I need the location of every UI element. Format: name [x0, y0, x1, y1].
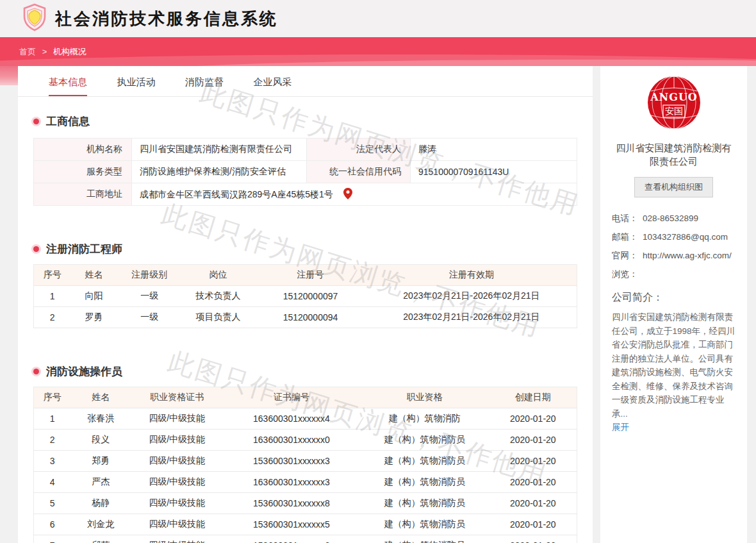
column-header: 职业资格证书: [131, 387, 223, 408]
credit-code-label: 统一社会信用代码: [307, 161, 411, 183]
table-cell: 建（构）筑物消防员: [360, 514, 489, 535]
table-cell: 2020-01-20: [489, 514, 577, 535]
address-value: 成都市金牛区羊西线蜀汉路289号A座45栋5楼1号: [132, 183, 577, 206]
operators-table: 序号 姓名 职业资格证书 证书编号 职业资格 创建日期 1 张春洪 四级/中级技…: [33, 387, 577, 543]
main-content-panel: 基本信息 执业活动 消防监督 企业风采 工商信息 机构名称 四川省安国建筑消防检…: [18, 66, 593, 543]
section-title-text: 工商信息: [46, 114, 90, 129]
table-cell: 163600301xxxxxx3: [223, 472, 360, 493]
view-org-chart-button[interactable]: 查看机构组织图: [634, 177, 713, 197]
operator-row: 6 刘金龙 四级/中级技能 153600301xxxxxx5 建（构）筑物消防员…: [34, 514, 577, 535]
table-cell: 7: [34, 535, 71, 543]
table-cell: 2023年02月21日-2026年02月21日: [366, 307, 577, 328]
table-cell: 邱菊: [70, 535, 131, 543]
table-cell: 段义: [70, 430, 131, 451]
website-value[interactable]: http://www.ag-xfjc.com/: [643, 249, 735, 262]
column-header: 岗位: [182, 265, 254, 286]
phone-label: 电话：: [612, 212, 643, 225]
shield-logo-icon: [22, 3, 47, 34]
table-cell: 四级/中级技能: [131, 472, 223, 493]
views-label: 浏览：: [612, 267, 643, 281]
column-header: 证书编号: [223, 387, 360, 408]
breadcrumb: 首页 > 机构概况: [0, 37, 756, 66]
table-cell: 163600301xxxxxx4: [223, 408, 360, 430]
table-cell: 严杰: [70, 472, 131, 493]
operator-row: 5 杨静 四级/中级技能 153600301xxxxxx8 建（构）筑物消防员 …: [34, 493, 577, 514]
section-title-text: 注册消防工程师: [46, 242, 122, 256]
svg-text:安国: 安国: [665, 106, 683, 116]
table-cell: 2020-01-20: [489, 472, 577, 493]
address-text: 成都市金牛区羊西线蜀汉路289号A座45栋5楼1号: [140, 189, 333, 199]
table-cell: 3: [34, 451, 71, 472]
column-header: 序号: [34, 265, 71, 286]
site-title: 社会消防技术服务信息系统: [55, 8, 278, 30]
table-cell: 2: [34, 307, 71, 328]
org-name-label: 机构名称: [34, 138, 132, 161]
table-cell: 罗勇: [70, 307, 117, 328]
table-cell: 技术负责人: [182, 286, 254, 307]
column-header: 注册号: [254, 265, 366, 286]
table-cell: 建（构）筑物消防员: [360, 535, 489, 543]
company-sidebar: ANGUO 安国 四川省安国建筑消防检测有限责任公司 查看机构组织图 电话： 0…: [600, 66, 747, 543]
company-intro-text: 四川省安国建筑消防检测有限责任公司，成立于1998年，经四川省公安消防总队批准，…: [612, 310, 735, 421]
bullet-dot-icon: [33, 119, 39, 124]
table-cell: 2020-01-20: [489, 451, 577, 472]
table-cell: 杨静: [70, 493, 131, 514]
views-value: [643, 267, 735, 281]
anguo-globe-logo-icon: ANGUO 安国: [647, 76, 701, 129]
website-row: 官网： http://www.ag-xfjc.com/: [612, 249, 735, 262]
table-row: 服务类型 消防设施维护保养检测/消防安全评估 统一社会信用代码 91510000…: [34, 161, 577, 183]
table-row: 工商地址 成都市金牛区羊西线蜀汉路289号A座45栋5楼1号: [34, 183, 577, 206]
table-header-row: 序号 姓名 注册级别 岗位 注册号 注册有效期: [34, 265, 577, 286]
tab-bar: 基本信息 执业活动 消防监督 企业风采: [18, 66, 593, 97]
operator-row: 1 张春洪 四级/中级技能 163600301xxxxxx4 建（构）筑物消防 …: [34, 408, 577, 430]
table-row: 机构名称 四川省安国建筑消防检测有限责任公司 法定代表人 滕涛: [34, 138, 577, 161]
section-title-operators: 消防设施操作员: [33, 364, 593, 379]
map-pin-icon[interactable]: [343, 188, 352, 199]
engineers-table: 序号 姓名 注册级别 岗位 注册号 注册有效期 1 向阳 一级 技术负责人 15…: [33, 264, 577, 328]
table-cell: 1: [34, 408, 71, 430]
table-cell: 2020-01-20: [489, 408, 577, 430]
table-cell: 153600301xxxxxx3: [223, 451, 360, 472]
table-cell: 建（构）筑物消防员: [360, 451, 489, 472]
table-cell: 张春洪: [70, 408, 131, 430]
table-cell: 建（构）筑物消防: [360, 408, 489, 430]
table-cell: 2020-01-20: [489, 535, 577, 543]
legal-rep-value: 滕涛: [411, 138, 577, 161]
business-info-table: 机构名称 四川省安国建筑消防检测有限责任公司 法定代表人 滕涛 服务类型 消防设…: [33, 138, 577, 206]
table-header-row: 序号 姓名 职业资格证书 证书编号 职业资格 创建日期: [34, 387, 577, 408]
table-cell: 一级: [117, 286, 182, 307]
column-header: 职业资格: [360, 387, 489, 408]
website-label: 官网：: [612, 249, 643, 262]
breadcrumb-current: 机构概况: [53, 47, 86, 56]
table-cell: 1: [34, 286, 71, 307]
breadcrumb-banner: 首页 > 机构概况: [0, 37, 756, 66]
tab-company-showcase[interactable]: 企业风采: [253, 76, 292, 95]
table-cell: 2023年02月21日-2026年02月21日: [366, 286, 577, 307]
column-header: 创建日期: [489, 387, 577, 408]
service-type-label: 服务类型: [34, 161, 132, 183]
breadcrumb-home-link[interactable]: 首页: [19, 47, 36, 56]
table-cell: 2020-01-20: [489, 493, 577, 514]
table-cell: 四级/中级技能: [131, 493, 223, 514]
table-cell: 153600301xxxxxx5: [223, 514, 360, 535]
email-row: 邮箱： 1034327886@qq.com: [612, 230, 735, 244]
table-cell: 四级/中级技能: [131, 535, 223, 543]
engineer-row: 2 罗勇 一级 项目负责人 15120000094 2023年02月21日-20…: [34, 307, 577, 328]
table-cell: 6: [34, 514, 71, 535]
email-label: 邮箱：: [612, 230, 643, 244]
operator-row: 4 严杰 四级/中级技能 163600301xxxxxx3 建（构）筑物消防员 …: [34, 472, 577, 493]
expand-link[interactable]: 展开: [612, 422, 629, 433]
tab-basic-info[interactable]: 基本信息: [49, 76, 87, 96]
table-cell: 四级/中级技能: [131, 408, 223, 430]
phone-value: 028-86532899: [643, 212, 735, 225]
engineer-row: 1 向阳 一级 技术负责人 15120000097 2023年02月21日-20…: [34, 286, 577, 307]
column-header: 姓名: [70, 265, 117, 286]
table-cell: 2020-01-20: [489, 430, 577, 451]
table-cell: 四级/中级技能: [131, 430, 223, 451]
sidebar-company-name: 四川省安国建筑消防检测有限责任公司: [612, 141, 735, 168]
table-cell: 项目负责人: [182, 307, 254, 328]
legal-rep-label: 法定代表人: [307, 138, 411, 161]
table-cell: 2: [34, 430, 71, 451]
tab-fire-supervision[interactable]: 消防监督: [185, 76, 224, 95]
tab-practice-activity[interactable]: 执业活动: [117, 76, 155, 95]
